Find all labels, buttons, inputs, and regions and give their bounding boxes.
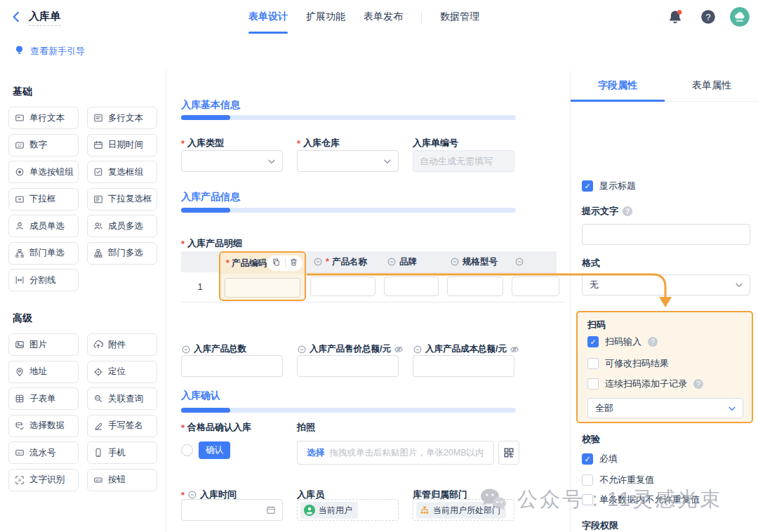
newbie-guide-link[interactable]: 查看新手引导: [14, 45, 85, 58]
table-column-header[interactable]: *产品名称: [306, 251, 380, 272]
validate-option-1[interactable]: ✓必填: [582, 453, 618, 465]
qr-scan-button[interactable]: [498, 441, 519, 465]
column-label: 品牌: [399, 256, 417, 268]
confirm-option-chip[interactable]: 确认: [199, 441, 230, 459]
palette-item-phone[interactable]: 手机: [87, 441, 157, 464]
rk-type-select[interactable]: [181, 150, 283, 172]
form-title[interactable]: 入库单: [29, 10, 60, 26]
scan-scope-select[interactable]: 全部: [587, 398, 743, 418]
palette-item-member-single[interactable]: 成员单选: [8, 215, 79, 237]
checkbox[interactable]: [587, 378, 599, 390]
back-icon[interactable]: [10, 11, 22, 23]
table-column-header[interactable]: 规格型号: [443, 251, 507, 272]
palette-item-dropdown-multi[interactable]: 下拉复选框: [87, 188, 157, 211]
tab-4[interactable]: 数据管理: [440, 0, 479, 34]
palette-item-dept-single[interactable]: 部门单选: [8, 242, 79, 265]
show-title-label: 显示标题: [599, 180, 636, 192]
palette-item-radio-group[interactable]: 单选按钮组: [8, 161, 79, 183]
form-designer-app: 入库单 表单设计扩展功能表单发布数据管理 ? 查看新手引导 预览 保存 基础单行…: [0, 0, 758, 532]
current-user-chip[interactable]: 当前用户: [300, 502, 358, 519]
checkbox-checked[interactable]: ✓: [587, 336, 599, 347]
palette-item-address[interactable]: 地址: [8, 361, 79, 383]
subform-detail-table: 1*产品编码*产品名称品牌规格型号: [181, 251, 564, 302]
palette-item-datetime[interactable]: 日期时间: [87, 134, 157, 157]
user-avatar[interactable]: [730, 7, 750, 27]
palette-item-image[interactable]: 图片: [8, 333, 79, 356]
divider-icon: [15, 275, 25, 285]
section-title-product[interactable]: 入库产品信息: [181, 191, 240, 204]
panel-tab-2[interactable]: 表单属性: [665, 70, 758, 101]
format-label: 格式: [582, 257, 600, 270]
column-label: 产品编码: [232, 258, 267, 270]
checkbox[interactable]: [587, 358, 599, 369]
scan-option-1[interactable]: ✓扫码输入?: [587, 335, 658, 348]
table-cell-input[interactable]: [310, 277, 375, 296]
selected-column-product-code[interactable]: *产品编码: [219, 251, 306, 301]
format-select[interactable]: 无: [582, 274, 750, 295]
palette-item-single-line-text[interactable]: 单行文本: [8, 107, 79, 129]
rk-no-input[interactable]: [413, 150, 514, 172]
palette-item-label: 地址: [29, 366, 47, 378]
scan-option-3[interactable]: 连续扫码添加子记录?: [587, 378, 703, 390]
palette-item-multi-line-text[interactable]: 多行文本: [87, 107, 157, 129]
help-icon[interactable]: ?: [648, 337, 658, 347]
help-icon[interactable]: ?: [623, 206, 632, 216]
palette-item-serial-number[interactable]: NO流水号: [8, 441, 79, 464]
dept-field[interactable]: 当前用户所处部门: [413, 499, 514, 521]
copy-icon[interactable]: [272, 257, 281, 270]
total-field-input-3[interactable]: [413, 355, 514, 377]
palette-item-signature[interactable]: 手写签名: [87, 415, 157, 437]
current-user-dept-chip[interactable]: 当前用户所处部门: [416, 502, 506, 519]
palette-item-data-select[interactable]: 选择数据: [8, 415, 79, 437]
checkbox[interactable]: [582, 494, 593, 505]
palette-item-checkbox-group[interactable]: 复选框组: [87, 161, 157, 183]
checkbox[interactable]: [582, 474, 593, 486]
panel-tab-1[interactable]: 字段属性: [571, 70, 665, 101]
table-column-header-partial[interactable]: [507, 251, 564, 272]
trash-icon[interactable]: [289, 257, 298, 270]
total-field-input-1[interactable]: [181, 355, 283, 377]
palette-item-location[interactable]: 定位: [87, 361, 157, 383]
palette-item-button[interactable]: BTN按钮: [87, 469, 157, 491]
help-icon[interactable]: ?: [693, 379, 703, 389]
top-bar: 入库单 表单设计扩展功能表单发布数据管理 ?: [0, 0, 758, 34]
table-column-header[interactable]: 品牌: [380, 251, 443, 272]
tab-2[interactable]: 扩展功能: [306, 0, 345, 34]
palette-item-divider[interactable]: 分割线: [8, 269, 79, 291]
clerk-field[interactable]: 当前用户: [297, 499, 399, 521]
tab-3[interactable]: 表单发布: [364, 0, 403, 34]
palette-item-ocr[interactable]: A文字识别: [8, 469, 79, 491]
table-cell-input[interactable]: [512, 277, 559, 296]
upload-choose-link[interactable]: 选择: [307, 447, 324, 459]
chevron-down-icon: [727, 404, 737, 413]
field-label-detail: *入库产品明细: [181, 237, 242, 250]
palette-item-dropdown[interactable]: 下拉框: [8, 188, 79, 211]
table-cell-input[interactable]: [447, 277, 503, 296]
section-title-basic[interactable]: 入库基本信息: [181, 99, 240, 112]
rk-warehouse-select[interactable]: [297, 150, 399, 172]
validate-option-3[interactable]: 单条数据内不允许重复值: [582, 493, 700, 506]
palette-item-member-multi[interactable]: 成员多选: [87, 215, 157, 237]
tab-1[interactable]: 表单设计: [248, 0, 288, 34]
chevron-down-icon: [267, 157, 277, 166]
total-field-input-2[interactable]: [297, 355, 399, 377]
selected-cell-input[interactable]: [225, 278, 300, 298]
checkbox-checked[interactable]: ✓: [582, 453, 593, 465]
photo-upload-area[interactable]: 选择 拖拽或单击后粘贴图片，单张20MB以内: [297, 441, 494, 465]
scan-option-2[interactable]: 可修改扫码结果: [587, 357, 669, 370]
hint-text-input[interactable]: [582, 224, 750, 245]
palette-item-dept-multi[interactable]: 部门多选: [87, 242, 157, 265]
time-date-input[interactable]: [181, 499, 283, 521]
notifications-bell-icon[interactable]: [667, 9, 683, 25]
show-title-checkbox-row[interactable]: ✓ 显示标题: [582, 180, 636, 192]
validate-option-2[interactable]: 不允许重复值: [582, 474, 654, 486]
table-cell-input[interactable]: [384, 277, 439, 296]
checkbox-checked[interactable]: ✓: [582, 180, 593, 192]
palette-item-attachment[interactable]: 附件: [87, 333, 157, 356]
help-icon[interactable]: ?: [700, 9, 716, 25]
palette-item-number[interactable]: 12数字: [8, 134, 79, 157]
palette-item-relation-query[interactable]: 关联查询: [87, 387, 157, 410]
section-title-confirm[interactable]: 入库确认: [181, 390, 220, 402]
palette-item-subform[interactable]: 子表单: [8, 387, 79, 410]
confirm-radio[interactable]: [181, 444, 193, 456]
